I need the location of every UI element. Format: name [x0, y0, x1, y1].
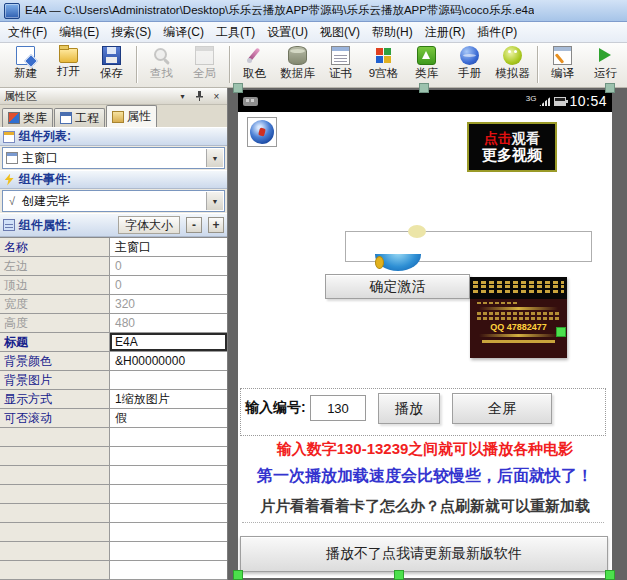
property-value[interactable]: &H00000000 [110, 352, 227, 370]
menu-bar: 文件(F)编辑(E)搜索(S)编译(C)工具(T)设置(U)视图(V)帮助(H)… [0, 22, 627, 43]
toolbar-save-button[interactable]: 保存 [90, 46, 133, 81]
toolbar-manual-button[interactable]: 手册 [448, 46, 491, 81]
toolbar-lib-button[interactable]: 类库 [405, 46, 448, 81]
app-badge-box[interactable] [247, 117, 277, 147]
toolbar-emu-label: 模拟器 [495, 66, 530, 81]
menu-item-search[interactable]: 搜索(S) [105, 22, 157, 43]
ad-text-stripe [473, 281, 564, 284]
property-value-empty [110, 561, 227, 579]
menu-item-compile[interactable]: 编译(C) [157, 22, 210, 43]
property-row: 显示方式1缩放图片 [0, 390, 227, 409]
font-size-increase-button[interactable]: + [208, 217, 224, 233]
property-value-empty [110, 485, 227, 503]
toolbar-color-button[interactable]: 取色 [233, 46, 276, 81]
close-icon[interactable]: × [210, 90, 223, 102]
component-list-header: 组件列表: [0, 127, 227, 146]
certificate-icon [331, 46, 350, 65]
component-event-label: 组件事件: [19, 171, 71, 188]
play-button[interactable]: 播放 [378, 393, 440, 424]
component-event-dropdown[interactable]: 创建完毕 ▼ [2, 190, 225, 212]
toolbar-new-button[interactable]: 新建 [4, 46, 47, 81]
selection-handle-top-center[interactable] [419, 83, 429, 93]
component-props-icon [3, 219, 15, 231]
selection-handle-bottom-right[interactable] [605, 570, 615, 580]
property-name: 标题 [0, 333, 110, 351]
ad-divider [479, 334, 558, 337]
toolbar-emu-button[interactable]: 模拟器 [491, 46, 534, 81]
component-list-value: 主窗口 [22, 150, 58, 167]
pin-icon[interactable] [193, 90, 206, 102]
toolbar-find-button: 查找 [140, 46, 183, 81]
property-row-empty [0, 428, 227, 447]
selection-handle-bottom-left[interactable] [233, 570, 243, 580]
tab-library-label: 类库 [23, 110, 47, 127]
tab-properties[interactable]: 属性 [106, 105, 157, 127]
property-name-empty [0, 561, 110, 579]
manual-icon [460, 46, 479, 65]
update-software-button[interactable]: 播放不了点我请更新最新版软件 [240, 536, 608, 572]
selection-handle-top-right[interactable] [605, 83, 615, 93]
property-value[interactable]: 480 [110, 314, 227, 332]
toolbar-db-button[interactable]: 数据库 [276, 46, 319, 81]
menu-item-help[interactable]: 帮助(H) [366, 22, 419, 43]
chevron-down-icon[interactable]: ▾ [176, 90, 189, 102]
property-value[interactable]: 主窗口 [110, 238, 227, 256]
tab-project[interactable]: 工程 [54, 108, 105, 127]
tab-library[interactable]: 类库 [2, 108, 53, 127]
property-row: 标题E4A [0, 333, 227, 352]
component-list-icon [3, 131, 15, 143]
property-value[interactable]: 假 [110, 409, 227, 427]
menu-item-settings[interactable]: 设置(U) [261, 22, 314, 43]
toolbar-global-button: 全局 [183, 46, 226, 81]
dotted-divider [242, 522, 604, 523]
selection-handle-middle-right[interactable] [556, 327, 566, 337]
number-input[interactable] [310, 395, 366, 421]
toolbar: 新建打开保存查找全局取色数据库证书9宫格类库手册模拟器编译运行 [0, 43, 627, 88]
property-row: 背景图片 [0, 371, 227, 390]
database-icon [288, 46, 307, 65]
toolbar-grid9-button[interactable]: 9宫格 [362, 46, 405, 81]
signal-bars-icon [539, 96, 551, 106]
property-name: 显示方式 [0, 390, 110, 408]
selection-handle-bottom-center[interactable] [394, 570, 404, 580]
status-right-cluster: 3G 10:54 [526, 93, 607, 109]
property-name: 左边 [0, 257, 110, 275]
property-value-empty [110, 504, 227, 522]
property-value[interactable]: 320 [110, 295, 227, 313]
selection-handle-top-left[interactable] [233, 83, 243, 93]
menu-item-view[interactable]: 视图(V) [314, 22, 366, 43]
toolbar-run-button[interactable]: 运行 [584, 46, 627, 81]
menu-item-tools[interactable]: 工具(T) [210, 22, 261, 43]
property-value[interactable]: 0 [110, 257, 227, 275]
toolbar-compile-button[interactable]: 编译 [541, 46, 584, 81]
property-value[interactable]: E4A [110, 333, 227, 351]
property-value-empty [110, 523, 227, 541]
dropdown-arrow-icon[interactable]: ▼ [206, 192, 223, 210]
ad-image[interactable]: QQ 47882477 [470, 277, 567, 358]
dropdown-arrow-icon[interactable]: ▼ [206, 149, 223, 167]
property-row-empty [0, 523, 227, 542]
property-value[interactable]: 1缩放图片 [110, 390, 227, 408]
property-row-empty [0, 466, 227, 485]
menu-item-register[interactable]: 注册(R) [419, 22, 472, 43]
toolbar-open-button[interactable]: 打开 [47, 46, 90, 79]
toolbar-cert-button[interactable]: 证书 [319, 46, 362, 81]
property-value-empty [110, 466, 227, 484]
menu-item-edit[interactable]: 编辑(E) [53, 22, 105, 43]
menu-item-file[interactable]: 文件(F) [2, 22, 53, 43]
property-row: 可否滚动假 [0, 409, 227, 428]
watch-more-banner[interactable]: 点击观看 更多视频 [467, 122, 557, 172]
banner-line1: 点击观看 [484, 130, 540, 147]
property-name-empty [0, 428, 110, 446]
menu-item-plugin[interactable]: 插件(P) [471, 22, 523, 43]
save-icon [102, 46, 121, 65]
property-value[interactable]: 0 [110, 276, 227, 294]
component-list-dropdown[interactable]: 主窗口 ▼ [2, 147, 225, 169]
font-size-decrease-button[interactable]: - [186, 217, 202, 233]
property-value[interactable] [110, 371, 227, 389]
activate-button[interactable]: 确定激活 [325, 274, 470, 299]
fullscreen-button[interactable]: 全屏 [452, 393, 552, 424]
banner-click-text: 点击 [484, 130, 512, 146]
toolbar-separator [537, 46, 538, 83]
toolbar-separator [229, 46, 230, 83]
